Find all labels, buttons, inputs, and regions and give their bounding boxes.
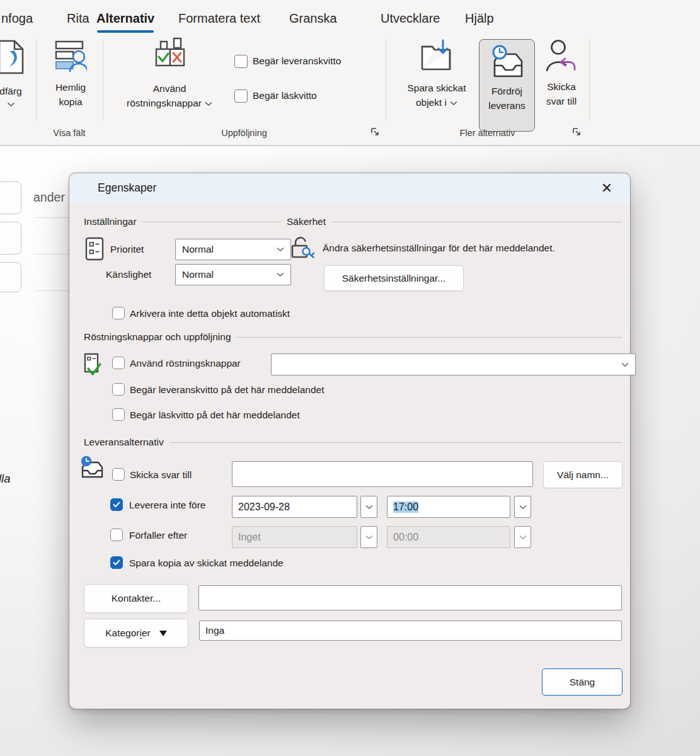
tab-formatera-text[interactable]: Formatera text xyxy=(178,11,260,26)
save-copy-label[interactable]: Spara kopia av skickat meddelande xyxy=(129,558,284,569)
voting-buttons-icon xyxy=(150,37,189,77)
voting-label-line2: röstningsknappar xyxy=(127,96,212,110)
delivery-receipt-label[interactable]: Begär leveranskvitto på det här meddelan… xyxy=(130,384,324,396)
defer-date-dropdown[interactable] xyxy=(360,496,377,518)
signature-text-fragment: lla xyxy=(0,472,11,486)
categories-value-field[interactable]: Inga xyxy=(199,621,622,641)
chevron-down-icon xyxy=(621,362,629,367)
dialog-launcher-icon[interactable] xyxy=(572,127,582,137)
expires-time-dropdown xyxy=(514,526,531,548)
reply-to-label[interactable]: Skicka svar till xyxy=(130,469,192,481)
dropdown-triangle-icon xyxy=(159,631,167,636)
reply-to-input[interactable] xyxy=(232,461,533,487)
recipient-field-stub[interactable] xyxy=(0,181,21,214)
delay-delivery-button[interactable]: Fördröj leverans xyxy=(479,39,535,132)
ribbon: nfoga Rita Alternativ Formatera text Gra… xyxy=(0,0,700,146)
group-separator xyxy=(386,39,386,121)
priority-select[interactable]: Normal xyxy=(175,239,291,260)
dialog-launcher-icon[interactable] xyxy=(370,127,381,137)
expires-label[interactable]: Förfaller efter xyxy=(129,530,187,541)
delivery-tray-icon xyxy=(79,455,105,481)
bcc-label-line2: kopia xyxy=(59,94,82,109)
categories-button[interactable]: Kategorier xyxy=(84,619,188,648)
tab-alternativ[interactable]: Alternativ xyxy=(96,11,154,26)
tab-rita[interactable]: Rita xyxy=(67,11,89,26)
security-settings-button[interactable]: Säkerhetsinställningar... xyxy=(324,265,464,291)
autoarchive-label[interactable]: Arkivera inte detta objekt automatiskt xyxy=(130,308,290,319)
use-voting-label[interactable]: Använd röstningsknappar xyxy=(130,358,241,369)
save-sent-label-line1: Spara skickat xyxy=(407,81,466,95)
defer-time-field[interactable]: 17:00 xyxy=(387,496,510,518)
expires-date-dropdown xyxy=(360,526,377,548)
ribbon-read-receipt-checkbox[interactable] xyxy=(234,89,248,103)
defer-time-dropdown[interactable] xyxy=(514,496,531,518)
recipient-field-stub[interactable] xyxy=(0,222,21,255)
tab-hjalp[interactable]: Hjälp xyxy=(465,11,494,26)
expires-time-field: 00:00 xyxy=(387,526,510,548)
group-separator xyxy=(589,39,590,121)
chevron-down-icon xyxy=(450,101,457,106)
dialog-titlebar[interactable]: Egenskaper ✕ xyxy=(69,173,630,203)
delay-delivery-icon xyxy=(490,45,524,80)
tab-granska[interactable]: Granska xyxy=(289,11,337,26)
contacts-input[interactable] xyxy=(198,585,622,610)
defer-delivery-checkbox[interactable] xyxy=(110,498,123,511)
chevron-down-icon xyxy=(519,505,527,510)
reply-label-line2: svar till xyxy=(546,94,577,108)
delay-label-line2: leverans xyxy=(488,98,525,113)
section-header-sakerhet: Säkerhet xyxy=(287,216,622,227)
defer-delivery-label[interactable]: Leverera inte före xyxy=(129,500,206,511)
categories-button-label: Kategorier xyxy=(105,627,151,639)
group-label-fler-alternativ: Fler alternativ xyxy=(386,128,589,138)
save-copy-checkbox[interactable] xyxy=(110,556,123,569)
direct-replies-button[interactable]: Skicka svar till xyxy=(532,39,590,108)
bcc-icon xyxy=(54,40,87,72)
section-header-installningar: Inställningar xyxy=(84,216,280,227)
group-label-uppfoljning: Uppföljning xyxy=(103,128,386,138)
use-voting-buttons-button[interactable]: Använd röstningsknappar xyxy=(112,37,227,110)
close-icon[interactable]: ✕ xyxy=(596,178,617,198)
properties-dialog: Egenskaper ✕ Inställningar Säkerhet Prio… xyxy=(69,173,630,709)
ribbon-read-receipt-label[interactable]: Begär läskvitto xyxy=(253,90,317,101)
tab-infoga[interactable]: nfoga xyxy=(1,11,33,26)
close-dialog-button[interactable]: Stäng xyxy=(542,668,623,696)
choose-names-button[interactable]: Välj namn... xyxy=(543,461,623,488)
chevron-down-icon xyxy=(365,535,373,540)
recipient-field-stub[interactable] xyxy=(0,262,21,292)
reply-to-checkbox[interactable] xyxy=(112,468,125,481)
bcc-button[interactable]: Hemlig kopia xyxy=(42,40,100,109)
ribbon-delivery-receipt-label[interactable]: Begär leveranskvitto xyxy=(253,55,341,67)
chevron-down-icon xyxy=(277,247,284,252)
ribbon-delivery-receipt-checkbox[interactable] xyxy=(234,55,248,68)
security-description: Ändra säkerhetsinställningar för det här… xyxy=(323,243,555,254)
save-sent-item-button[interactable]: Spara skickat objekt i xyxy=(397,39,476,110)
sensitivity-select[interactable]: Normal xyxy=(175,264,291,285)
page-color-icon xyxy=(0,39,27,76)
save-sent-label-line2: objekt i xyxy=(416,95,457,110)
defer-date-field[interactable]: 2023-09-28 xyxy=(232,496,357,518)
chevron-down-icon xyxy=(7,102,15,107)
section-header-leveransalternativ: Leveransalternativ xyxy=(84,437,622,448)
voting-options-combobox[interactable] xyxy=(271,353,636,375)
expires-checkbox[interactable] xyxy=(110,529,123,541)
page-color-label: dfärg xyxy=(0,84,22,98)
reply-label-line1: Skicka xyxy=(547,79,576,94)
bcc-label-line1: Hemlig xyxy=(55,80,86,94)
priority-label: Prioritet xyxy=(110,244,144,255)
group-label-visa-falt: Visa fält xyxy=(36,128,103,138)
use-voting-checkbox[interactable] xyxy=(112,357,125,369)
sensitivity-label: Känslighet xyxy=(106,269,151,280)
security-lock-icon xyxy=(290,236,316,260)
save-folder-icon xyxy=(420,39,453,74)
read-receipt-checkbox[interactable] xyxy=(112,408,125,421)
read-receipt-label[interactable]: Begär läskvitto på det här meddelandet xyxy=(130,410,300,421)
contacts-button[interactable]: Kontakter... xyxy=(84,584,188,613)
autoarchive-checkbox[interactable] xyxy=(112,307,125,319)
chevron-down-icon xyxy=(205,101,212,106)
tab-utvecklare[interactable]: Utvecklare xyxy=(381,11,440,26)
page-color-button[interactable]: dfärg xyxy=(0,39,30,107)
delivery-receipt-checkbox[interactable] xyxy=(112,383,125,396)
group-separator xyxy=(103,39,103,121)
field-divider xyxy=(35,290,69,291)
recipient-text-fragment: ander xyxy=(33,190,65,205)
